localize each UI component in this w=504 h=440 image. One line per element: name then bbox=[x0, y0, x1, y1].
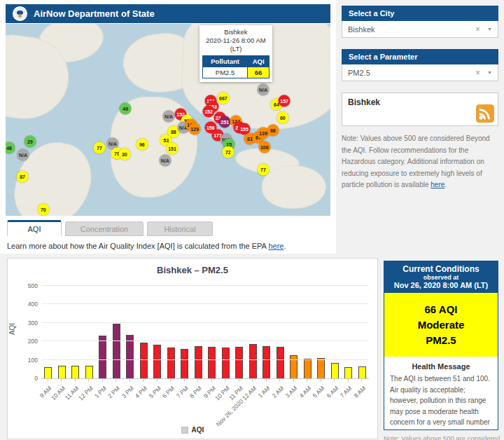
chart-title: Bishkek – PM2.5 bbox=[8, 265, 377, 275]
bar-slot bbox=[41, 287, 55, 378]
bar-slot bbox=[69, 287, 83, 378]
aqi-marker-70[interactable]: 70 bbox=[37, 203, 49, 215]
city-caret-down-icon[interactable]: ▼ bbox=[487, 27, 492, 32]
y-tick-label: 500 bbox=[28, 282, 38, 289]
gridline bbox=[41, 359, 369, 360]
epa-here-link[interactable]: here bbox=[268, 242, 284, 250]
city-clear-icon[interactable]: × bbox=[475, 25, 480, 34]
aqi-bar-9-am[interactable] bbox=[44, 367, 52, 378]
map-popup: Bishkek 2020-11-26 8:00 AM (LT) Pollutan… bbox=[200, 25, 272, 82]
aqi-marker-129[interactable]: 129 bbox=[189, 123, 201, 135]
bar-slot bbox=[137, 287, 151, 378]
aqi-marker-667[interactable]: 667 bbox=[217, 92, 229, 104]
popup-col-aqi: AQI bbox=[248, 55, 270, 67]
y-tick-label: 0 bbox=[34, 375, 38, 382]
x-tick: 7 PM bbox=[178, 381, 192, 425]
aqi-bar-5-am[interactable] bbox=[317, 358, 325, 378]
current-conditions-title: Current Conditions bbox=[386, 264, 496, 274]
aqi-marker-106[interactable]: 106 bbox=[258, 141, 270, 153]
chart-legend[interactable]: AQI bbox=[8, 426, 377, 434]
tab-aqi[interactable]: AQI bbox=[7, 220, 62, 236]
aqi-marker-na[interactable]: N/A bbox=[18, 149, 29, 160]
x-tick-label: 4 AM bbox=[298, 385, 313, 399]
aqi-bar-12-pm[interactable] bbox=[85, 366, 93, 378]
parameter-select-group: Select a Parameter PM2.5 × ▼ bbox=[342, 49, 498, 81]
aqi-bar-10-pm[interactable] bbox=[222, 348, 230, 378]
aqi-marker-251[interactable]: 251 bbox=[219, 116, 231, 128]
bar-slot bbox=[123, 287, 137, 378]
tab-historical[interactable]: Historical bbox=[147, 221, 213, 236]
current-conditions-header: Current Conditions observed at Nov 26, 2… bbox=[384, 261, 498, 293]
aqi-marker-88[interactable]: 88 bbox=[267, 125, 279, 137]
popup-table: Pollutant AQI PM2.5 66 bbox=[202, 55, 270, 78]
bar-slot bbox=[192, 287, 206, 378]
aqi-marker-152[interactable]: 152 bbox=[203, 105, 215, 117]
aqi-bar-7-pm[interactable] bbox=[181, 349, 188, 378]
aqi-bar-6-pm[interactable] bbox=[167, 348, 175, 378]
bar-slot bbox=[178, 287, 192, 378]
learn-more-text: Learn more about how the Air Quality Ind… bbox=[7, 242, 286, 250]
tab-concentration[interactable]: Concentration bbox=[65, 221, 144, 236]
popup-aqi-value: 66 bbox=[248, 67, 270, 78]
aqi-marker-30[interactable]: 30 bbox=[118, 149, 130, 160]
feed-city-label: Bishkek bbox=[348, 97, 492, 107]
bar-slot bbox=[164, 287, 178, 378]
x-tick: 3 AM bbox=[287, 381, 301, 425]
x-tick: Nov 26, 2020 12 AM bbox=[246, 381, 260, 425]
city-select[interactable]: Bishkek × ▼ bbox=[342, 21, 498, 38]
rss-feed-icon[interactable] bbox=[476, 104, 494, 123]
parameter-caret-down-icon[interactable]: ▼ bbox=[487, 70, 492, 75]
aqi-marker-151[interactable]: 151 bbox=[167, 143, 178, 155]
x-tick: 10 AM bbox=[55, 381, 69, 425]
sidebar-here-link[interactable]: here bbox=[430, 181, 444, 188]
x-tick-label: 1 AM bbox=[257, 385, 272, 399]
x-tick: 2 AM bbox=[274, 381, 288, 425]
aqi-bar-11-am[interactable] bbox=[71, 366, 79, 378]
aqi-bar-5-pm[interactable] bbox=[153, 345, 161, 378]
parameter-clear-icon[interactable]: × bbox=[475, 68, 480, 78]
aqi-bar-2-pm[interactable] bbox=[113, 324, 120, 378]
aqi-marker-na[interactable]: N/A bbox=[162, 111, 174, 123]
aqi-marker-72[interactable]: 72 bbox=[222, 146, 234, 158]
aqi-bar-2-am[interactable] bbox=[276, 347, 284, 378]
bar-slot bbox=[205, 287, 219, 378]
aqi-bar-1-am[interactable] bbox=[262, 346, 270, 378]
current-aqi-category: Moderate bbox=[387, 317, 495, 333]
aqi-bar-nov-26-2020-12-am[interactable] bbox=[249, 344, 257, 378]
aqi-bar-4-pm[interactable] bbox=[140, 343, 148, 378]
x-tick: 9 AM bbox=[41, 381, 55, 425]
aqi-marker-77[interactable]: 77 bbox=[257, 163, 269, 175]
health-message-title: Health Message bbox=[390, 362, 492, 371]
aqi-marker-157[interactable]: 157 bbox=[279, 95, 290, 106]
aqi-marker-na[interactable]: N/A bbox=[159, 155, 171, 167]
current-conditions-panel: Current Conditions observed at Nov 26, 2… bbox=[384, 261, 498, 430]
x-tick: 11 AM bbox=[69, 381, 83, 425]
y-tick-label: 100 bbox=[28, 357, 38, 364]
aqi-marker-48[interactable]: 48 bbox=[6, 142, 15, 154]
aqi-marker-87[interactable]: 87 bbox=[17, 171, 29, 183]
aqi-marker-na[interactable]: N/A bbox=[257, 83, 269, 95]
parameter-select-header: Select a Parameter bbox=[342, 49, 498, 64]
aqi-marker-29[interactable]: 29 bbox=[24, 135, 36, 147]
legend-label: AQI bbox=[192, 426, 204, 434]
aqi-bar-11-pm[interactable] bbox=[235, 347, 243, 378]
aqi-bar-1-pm[interactable] bbox=[99, 336, 106, 378]
aqi-bar-9-pm[interactable] bbox=[208, 347, 216, 378]
sidebar-note: Note: Values above 500 are considered Be… bbox=[342, 133, 498, 191]
parameter-select[interactable]: PM2.5 × ▼ bbox=[342, 64, 498, 81]
aqi-bar-4-am[interactable] bbox=[304, 359, 312, 378]
app-title: AirNow Department of State bbox=[34, 8, 155, 19]
learn-more-period: . bbox=[284, 242, 286, 250]
gridline bbox=[41, 285, 369, 286]
aqi-bar-3-pm[interactable] bbox=[126, 335, 134, 378]
aqi-bar-10-am[interactable] bbox=[58, 366, 66, 378]
aqi-marker-49[interactable]: 49 bbox=[120, 103, 132, 115]
gridline bbox=[41, 303, 369, 304]
chart-x-axis: 9 AM10 AM11 AM12 PM1 PM2 PM3 PM4 PM5 PM6… bbox=[41, 381, 369, 425]
aqi-marker-60[interactable]: 60 bbox=[276, 111, 288, 123]
world-map[interactable]: 4829N/A877077N/A70304996N/A5315188N/A152… bbox=[6, 24, 330, 216]
bar-slot bbox=[83, 287, 97, 378]
aqi-bar-8-pm[interactable] bbox=[195, 346, 202, 378]
aqi-marker-96[interactable]: 96 bbox=[136, 139, 148, 151]
aqi-marker-77[interactable]: 77 bbox=[94, 142, 106, 154]
